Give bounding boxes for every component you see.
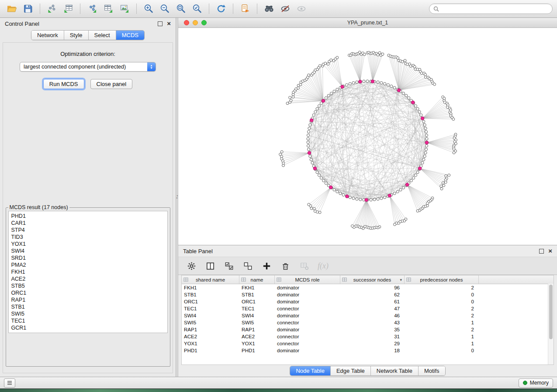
select-all-icon[interactable] xyxy=(223,260,235,272)
float-table-panel-icon[interactable] xyxy=(539,249,544,254)
list-item[interactable]: STP4 xyxy=(9,227,167,234)
table-row[interactable]: RAP1RAP1dominator352 xyxy=(182,326,554,333)
hide-graphics-details-icon[interactable] xyxy=(278,2,293,15)
table-cell: dominator xyxy=(275,291,340,298)
column-header-MCDS-role[interactable]: MCDS role xyxy=(275,275,340,284)
table-row[interactable]: ORC1ORC1dominator610 xyxy=(182,298,554,305)
delete-row-icon[interactable] xyxy=(279,260,291,272)
tab-style[interactable]: Style xyxy=(64,31,89,40)
find-icon[interactable] xyxy=(262,2,277,15)
memory-button[interactable]: Memory xyxy=(519,378,553,388)
table-mini-icon xyxy=(183,277,188,282)
search-box[interactable] xyxy=(429,3,553,14)
show-graphics-details-icon[interactable] xyxy=(294,2,309,15)
close-table-panel-icon[interactable]: × xyxy=(548,249,552,253)
window-close-icon[interactable] xyxy=(184,20,189,25)
table-row[interactable]: SWI4SWI4dominator462 xyxy=(182,312,554,319)
column-header-name[interactable]: name xyxy=(239,275,275,284)
table-row[interactable]: STB1STB1dominator620 xyxy=(182,291,554,298)
list-item[interactable]: PMA2 xyxy=(9,261,167,268)
window-minimize-icon[interactable] xyxy=(193,20,198,25)
list-item[interactable]: RAP1 xyxy=(9,296,167,303)
tab-mcds[interactable]: MCDS xyxy=(116,31,144,40)
function-builder-button[interactable]: f(x) xyxy=(317,260,329,272)
toolbar-separator xyxy=(40,3,40,14)
tab-node-table[interactable]: Node Table xyxy=(290,366,331,375)
open-file-icon[interactable] xyxy=(4,2,19,15)
column-header-shared-name[interactable]: shared name xyxy=(182,275,239,284)
network-graph[interactable] xyxy=(178,28,557,245)
save-icon[interactable] xyxy=(21,2,35,15)
window-maximize-icon[interactable] xyxy=(201,20,207,25)
list-item[interactable]: SWI4 xyxy=(9,248,167,254)
list-item[interactable]: YOX1 xyxy=(9,241,167,248)
table-cell: 2 xyxy=(405,312,479,319)
clear-table-icon[interactable] xyxy=(298,260,310,272)
list-item[interactable]: STB5 xyxy=(9,282,167,289)
tab-edge-table[interactable]: Edge Table xyxy=(331,366,371,375)
export-document-icon[interactable] xyxy=(238,2,253,15)
export-network-icon[interactable] xyxy=(85,2,100,15)
tab-network-table[interactable]: Network Table xyxy=(371,366,419,375)
list-item[interactable]: ACE2 xyxy=(9,275,167,282)
zoom-selected-icon[interactable] xyxy=(190,2,204,15)
zoom-out-icon[interactable] xyxy=(157,2,172,15)
control-panel: Control Panel × NetworkStyleSelectMCDS O… xyxy=(0,18,176,377)
table-cell: dominator xyxy=(275,347,340,354)
close-panel-icon[interactable]: × xyxy=(167,21,171,26)
panel-divider[interactable]: ◂▸ xyxy=(176,18,178,377)
float-panel-icon[interactable] xyxy=(158,21,163,26)
search-input[interactable] xyxy=(442,5,548,12)
add-row-icon[interactable] xyxy=(260,260,273,272)
zoom-fit-icon[interactable] xyxy=(173,2,188,15)
optimization-criterion-select[interactable]: largest connected component (undirected)… xyxy=(20,62,156,72)
list-item[interactable]: TID3 xyxy=(9,234,167,241)
settings-gear-icon[interactable] xyxy=(185,260,197,272)
list-item[interactable]: SRD1 xyxy=(9,254,167,261)
list-item[interactable]: SWI5 xyxy=(9,310,167,317)
table-cell: FKH1 xyxy=(182,284,239,291)
list-item[interactable]: TEC1 xyxy=(9,317,167,324)
column-header-predecessor-nodes[interactable]: predecessor nodes xyxy=(405,275,479,284)
export-image-icon[interactable] xyxy=(117,2,132,15)
table-cell: SWI4 xyxy=(239,312,275,319)
table-cell: 47 xyxy=(340,305,405,312)
table-cell: 29 xyxy=(340,340,405,347)
table-row[interactable]: PHD1PHD1dominator180 xyxy=(182,347,554,354)
table-panel-title: Table Panel xyxy=(183,248,213,254)
table-row[interactable]: TEC1TEC1connector472 xyxy=(182,305,554,312)
list-item[interactable]: FKH1 xyxy=(9,268,167,275)
table-scrollbar[interactable] xyxy=(548,284,554,364)
scrollbar-thumb[interactable] xyxy=(549,285,553,339)
table-cell: YOX1 xyxy=(239,340,275,347)
tab-motifs[interactable]: Motifs xyxy=(419,366,445,375)
table-cell: 61 xyxy=(340,298,405,305)
apply-layout-icon[interactable] xyxy=(214,2,228,15)
column-chooser-icon[interactable] xyxy=(204,260,216,272)
export-table-icon[interactable] xyxy=(101,2,116,15)
column-header-successor-nodes[interactable]: successor nodes▾ xyxy=(340,275,405,284)
right-column: YPA_prune.txt_1 Table Panel × f(x) share… xyxy=(178,18,557,377)
table-row[interactable]: ACE2ACE2connector311 xyxy=(182,333,554,340)
import-network-icon[interactable] xyxy=(45,2,59,15)
table-row[interactable]: FKH1FKH1dominator962 xyxy=(182,284,554,291)
list-item[interactable]: ORC1 xyxy=(9,289,167,296)
import-table-icon[interactable] xyxy=(61,2,76,15)
deselect-all-icon[interactable] xyxy=(242,260,254,272)
run-mcds-button[interactable]: Run MCDS xyxy=(43,79,84,89)
mcds-tab-content: Optimization criterion: largest connecte… xyxy=(3,42,173,373)
zoom-in-icon[interactable] xyxy=(141,2,156,15)
table-row[interactable]: YOX1YOX1connector291 xyxy=(182,340,554,347)
tab-select[interactable]: Select xyxy=(89,31,116,40)
table-row[interactable]: SWI5SWI5connector431 xyxy=(182,319,554,326)
list-item[interactable]: STB1 xyxy=(9,303,167,310)
status-menu-button[interactable] xyxy=(4,378,15,388)
table-cell: FKH1 xyxy=(239,284,275,291)
list-item[interactable]: CAR1 xyxy=(9,220,167,227)
tab-network[interactable]: Network xyxy=(31,31,64,40)
table-cell: 1 xyxy=(405,319,479,326)
list-item[interactable]: GCR1 xyxy=(9,324,167,331)
table-body: FKH1FKH1dominator962STB1STB1dominator620… xyxy=(182,284,554,354)
list-item[interactable]: PHD1 xyxy=(9,213,167,220)
close-panel-button[interactable]: Close panel xyxy=(90,79,133,89)
